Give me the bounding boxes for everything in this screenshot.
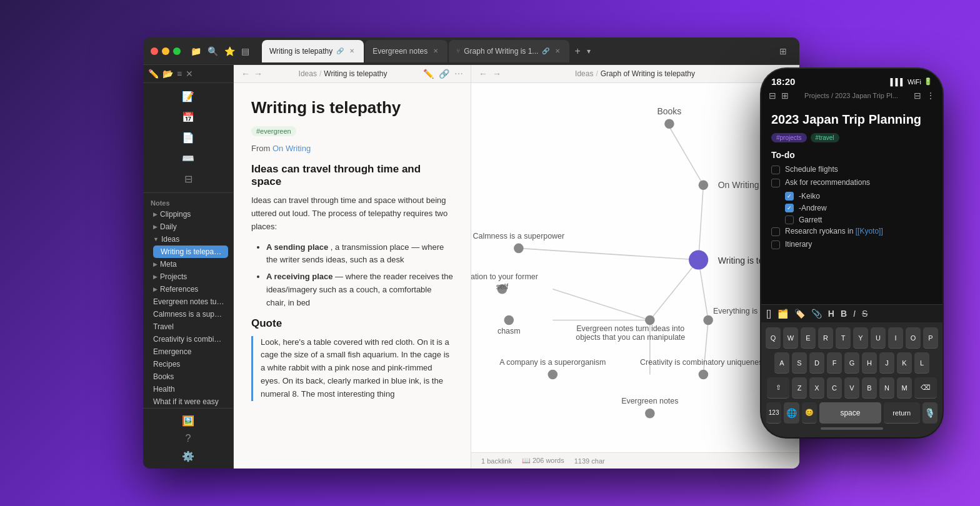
- key-e[interactable]: E: [801, 327, 816, 349]
- key-s[interactable]: S: [792, 352, 807, 374]
- todo-schedule-flights[interactable]: Schedule flights: [771, 165, 932, 174]
- link-icon[interactable]: 🔗: [439, 69, 449, 79]
- notes-nav-icon[interactable]: 📝: [143, 87, 233, 106]
- graph-node-books[interactable]: [664, 119, 674, 129]
- key-q[interactable]: Q: [766, 327, 781, 349]
- graph-node-company[interactable]: [548, 370, 558, 380]
- sidebar-item-calmness[interactable]: Calmness is a superpower: [146, 308, 231, 320]
- key-mic[interactable]: 🎙️: [922, 402, 938, 424]
- sidebar-item-creativity[interactable]: Creativity is combinatory u...: [146, 333, 231, 345]
- graph-back-button[interactable]: ←: [479, 69, 488, 79]
- minimize-button[interactable]: [162, 47, 169, 55]
- checkbox-ryokans[interactable]: [771, 227, 780, 236]
- key-v[interactable]: V: [844, 377, 859, 399]
- phone-layout-icon[interactable]: ⊞: [781, 91, 789, 101]
- key-globe[interactable]: 🌐: [784, 402, 799, 424]
- key-m[interactable]: M: [897, 377, 912, 399]
- note-tag[interactable]: #evergreen: [251, 126, 296, 136]
- key-shift[interactable]: ⇧: [767, 377, 789, 399]
- key-o[interactable]: O: [906, 327, 921, 349]
- pages-nav-icon[interactable]: 📄: [143, 128, 233, 147]
- sidebar-item-whatif[interactable]: What if it were easy: [146, 395, 231, 408]
- key-a[interactable]: A: [774, 352, 789, 374]
- image-icon[interactable]: 🖼️: [147, 412, 229, 429]
- edit-icon[interactable]: ✏️: [423, 69, 434, 79]
- folder-icon[interactable]: 📁: [191, 46, 201, 56]
- sidebar-item-references[interactable]: ▶ References: [146, 283, 231, 295]
- help-icon[interactable]: ?: [147, 430, 229, 447]
- calendar-nav-icon[interactable]: 📅: [143, 107, 233, 127]
- key-p[interactable]: P: [923, 327, 938, 349]
- sidebar-item-evergreen[interactable]: Evergreen notes turn ideas...: [146, 295, 231, 308]
- sidebar-item-books[interactable]: Books: [146, 370, 231, 383]
- sidebar-toggle-icon[interactable]: ▤: [241, 46, 249, 56]
- folder-btn[interactable]: 🗂️: [778, 309, 788, 319]
- todo-ask-recommendations[interactable]: Ask for recommendations: [771, 178, 932, 187]
- key-w[interactable]: W: [783, 327, 798, 349]
- todo-itinerary[interactable]: Itinerary: [771, 240, 932, 249]
- checkbox-itinerary[interactable]: [771, 241, 780, 249]
- key-l[interactable]: L: [914, 352, 929, 374]
- folder-add-icon[interactable]: 📂: [162, 69, 173, 79]
- key-f[interactable]: F: [827, 352, 842, 374]
- graph-content[interactable]: Books On Writing Calmness is a superpowe…: [471, 83, 799, 452]
- checkbox-keiko[interactable]: [785, 192, 794, 201]
- graph-node-on-writing[interactable]: [699, 181, 709, 191]
- phone-layout2-icon[interactable]: ⊟: [914, 91, 921, 101]
- graph-node-remix[interactable]: [703, 315, 713, 325]
- star-icon[interactable]: ⭐: [224, 46, 235, 56]
- edit-icon[interactable]: ✏️: [148, 69, 159, 79]
- forward-button[interactable]: →: [254, 69, 262, 79]
- phone-menu-button[interactable]: ⋮: [926, 91, 935, 101]
- sidebar-item-projects[interactable]: ▶ Projects: [146, 270, 231, 283]
- window-controls-icon[interactable]: ⊞: [774, 46, 792, 56]
- sort-icon[interactable]: ≡: [177, 69, 182, 79]
- key-delete[interactable]: ⌫: [914, 377, 937, 399]
- checkbox-garrett[interactable]: [785, 216, 794, 224]
- kyoto-link[interactable]: [[Kyoto]]: [856, 227, 883, 236]
- key-n[interactable]: N: [879, 377, 894, 399]
- key-r[interactable]: R: [818, 327, 833, 349]
- todo-ryokans[interactable]: Research ryokans in [[Kyoto]]: [771, 227, 932, 236]
- graph-node-writing-telepathy[interactable]: [689, 251, 708, 270]
- more-options-icon[interactable]: ⋯: [454, 69, 463, 79]
- close-button[interactable]: [151, 47, 158, 55]
- sidebar-item-writing-telepathy[interactable]: Writing is telepathy: [153, 246, 228, 258]
- breadcrumb-parent[interactable]: Ideas: [299, 69, 317, 78]
- key-return[interactable]: return: [884, 402, 920, 424]
- sub-item-andrew[interactable]: -Andrew: [785, 203, 932, 212]
- phone-sidebar-icon[interactable]: ⊟: [769, 91, 776, 101]
- tabs-dropdown-button[interactable]: ▾: [584, 47, 593, 56]
- tab-evergreen-notes[interactable]: Evergreen notes ✕: [365, 40, 448, 62]
- sidebar-item-meta[interactable]: ▶ Meta: [146, 258, 231, 270]
- sidebar-item-recipes[interactable]: Recipes: [146, 358, 231, 370]
- from-link[interactable]: On Writing: [272, 144, 311, 153]
- tab-close-button[interactable]: ✕: [348, 47, 356, 56]
- tab-writing-telepathy[interactable]: Writing is telepathy 🔗 ✕: [262, 40, 364, 62]
- sidebar-item-travel[interactable]: Travel: [146, 320, 231, 333]
- bracket-btn[interactable]: []: [766, 309, 771, 319]
- tab-graph[interactable]: ⑂ Graph of Writing is 1... 🔗 ✕: [449, 40, 569, 62]
- sidebar-item-ideas[interactable]: ▼ Ideas: [146, 233, 231, 246]
- settings-icon[interactable]: ⚙️: [147, 448, 229, 465]
- key-g[interactable]: G: [844, 352, 859, 374]
- checkbox-schedule[interactable]: [771, 166, 780, 174]
- terminal-nav-icon[interactable]: ⌨️: [143, 149, 233, 168]
- key-emoji[interactable]: 😊: [802, 402, 817, 424]
- attach-btn[interactable]: 📎: [811, 309, 822, 319]
- add-tab-button[interactable]: +: [571, 46, 584, 57]
- tab-close-button[interactable]: ✕: [553, 47, 562, 56]
- checkbox-ask[interactable]: [771, 179, 780, 187]
- maximize-button[interactable]: [173, 47, 181, 55]
- key-j[interactable]: J: [879, 352, 894, 374]
- sidebar-item-clippings[interactable]: ▶ Clippings: [146, 208, 231, 221]
- graph-node-creativity[interactable]: [699, 370, 709, 380]
- phone-tag-projects[interactable]: #projects: [771, 133, 807, 142]
- bold-btn[interactable]: B: [841, 309, 847, 319]
- sidebar-item-emergence[interactable]: Emergence: [146, 345, 231, 358]
- graph-node-calmness[interactable]: [514, 244, 524, 254]
- key-i[interactable]: I: [888, 327, 903, 349]
- phone-tag-travel[interactable]: #travel: [811, 133, 839, 142]
- key-x[interactable]: X: [809, 377, 824, 399]
- key-space[interactable]: space: [819, 402, 881, 424]
